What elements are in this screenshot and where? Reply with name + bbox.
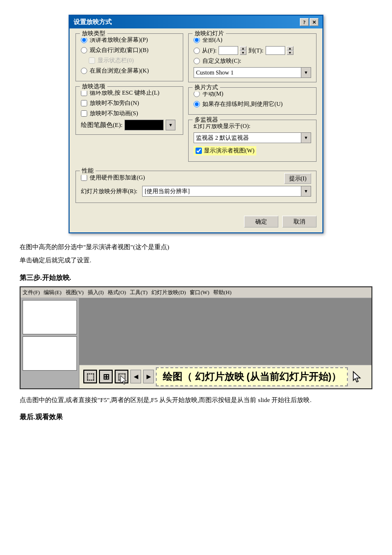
ss-left-panel [21, 298, 79, 388]
cancel-button[interactable]: 取消 [282, 216, 317, 227]
check-presenter-view-label: 显示演示者视图(W) [204, 147, 254, 155]
svg-marker-1 [353, 372, 360, 382]
show-type-box: 放映类型 演讲者放映(全屏幕)(P) 观众自行浏览(窗口)(B) 显示状态栏(0… [75, 33, 183, 81]
ss-slide-thumb-2 [23, 336, 77, 371]
from-row: 从(F): ▲ ▼ 到(T): ▲ [194, 46, 311, 55]
top-groups-row: 放映类型 演讲者放映(全屏幕)(P) 观众自行浏览(窗口)(B) 显示状态栏(0… [75, 33, 317, 167]
check-no-animation-input[interactable] [81, 110, 87, 117]
ss-main-area: ⬚ ⊞ ⬚ ◀ ▶ 绘图（ 幻灯片放映 (从当前幻灯片开始)） [79, 298, 371, 388]
radio-browse-window-label: 观众自行浏览(窗口)(B) [90, 46, 148, 54]
to-spin-down[interactable]: ▼ [287, 50, 294, 55]
dialog-title: 设置放映方式 [74, 18, 112, 26]
performance-label: 性能 [80, 167, 96, 175]
to-spin: ▲ ▼ [266, 46, 294, 55]
toolbar-btn-3[interactable]: ⬚ [115, 370, 128, 383]
toolbar-right-arrow[interactable]: ▶ [143, 370, 154, 383]
radio-timing-input[interactable] [194, 101, 200, 107]
ss-panel: ⬚ ⊞ ⬚ ◀ ▶ 绘图（ 幻灯片放映 (从当前幻灯片开始)） [21, 298, 371, 388]
custom-show-value: Custom Show 1 [194, 69, 301, 76]
radio-browse-window-input[interactable] [81, 47, 87, 53]
check-hardware-accel-input[interactable] [81, 175, 87, 181]
custom-show-dropdown-btn[interactable]: ▼ [301, 68, 311, 77]
to-spin-arrows: ▲ ▼ [287, 46, 294, 55]
radio-custom-show-input[interactable] [194, 58, 200, 64]
radio-browse-window: 观众自行浏览(窗口)(B) [81, 46, 178, 54]
right-groups: 放映幻灯片 全部(A) 从(F): ▲ ▼ [188, 33, 317, 167]
radio-custom-show: 自定义放映(C): [194, 57, 311, 65]
from-label: 从(F): [202, 47, 217, 55]
close-button[interactable]: ✕ [310, 18, 318, 26]
note2: 单击确定后就完成了设置. [20, 255, 372, 266]
slides-label: 放映幻灯片 [193, 29, 226, 38]
to-spin-input[interactable] [266, 46, 285, 55]
cursor-icon [120, 375, 128, 384]
radio-from-input[interactable] [194, 48, 200, 54]
ss-menu-help: 帮助(H) [213, 289, 231, 296]
resolution-value: [使用当前分辨率] [143, 187, 301, 196]
resolution-dropdown[interactable]: [使用当前分辨率] ▼ [142, 186, 311, 197]
slides-box: 放映幻灯片 全部(A) 从(F): ▲ ▼ [188, 33, 317, 82]
toolbar-left-arrow[interactable]: ◀ [130, 370, 141, 383]
note3-text: 点击图中的位置,或者直接按"F5",两者的区别是,F5 从头开始放映,而图示按钮… [20, 396, 312, 404]
check-no-narration-label: 放映时不加旁白(N) [90, 99, 139, 107]
drawing-text: 绘图 [163, 371, 182, 382]
custom-show-dropdown[interactable]: Custom Show 1 ▼ [194, 67, 311, 78]
ss-menu-window: 窗口(W) [190, 289, 209, 296]
from-spin-up[interactable]: ▲ [240, 46, 246, 50]
ss-menu-tools: 工具(T) [130, 289, 147, 296]
ss-topbar: 文件(F) 编辑(E) 视图(V) 插入(I) 格式(O) 工具(T) 幻灯片放… [21, 287, 371, 298]
dialog-footer: 确定 取消 [70, 213, 322, 232]
radio-custom-show-label: 自定义放映(C): [202, 57, 241, 65]
pen-color-label: 绘图笔颜色(E): [81, 121, 122, 129]
resolution-label: 幻灯片放映分辨率(R): [81, 187, 137, 196]
show-options-box: 放映选项 循环放映,按 ESC 键终止(L) 放映时不加旁白(N) 放映时不加动… [75, 86, 183, 135]
slideshow-area: 文件(F) 编辑(E) 视图(V) 插入(I) 格式(O) 工具(T) 幻灯片放… [20, 286, 372, 389]
pen-color-swatch[interactable] [124, 120, 164, 130]
dialog-body: 放映类型 演讲者放映(全屏幕)(P) 观众自行浏览(窗口)(B) 显示状态栏(0… [70, 28, 322, 213]
show-type-label: 放映类型 [80, 29, 107, 38]
resolution-dropdown-btn[interactable]: ▼ [301, 186, 311, 196]
radio-kiosk: 在展台浏览(全屏幕)(K) [81, 67, 178, 75]
cursor-pointer-icon [352, 371, 362, 382]
radio-kiosk-input[interactable] [81, 68, 87, 74]
ss-menu-insert: 插入(I) [88, 289, 104, 296]
check-presenter-view-input[interactable] [196, 148, 202, 154]
hardware-row: 使用硬件图形加速(G) 提示(I) [81, 173, 311, 184]
monitors-label: 多监视器 [193, 116, 220, 124]
titlebar-buttons: ? ✕ [300, 18, 318, 26]
to-label: 到(T): [248, 47, 264, 55]
note3: 点击图中的位置,或者直接按"F5",两者的区别是,F5 从头开始放映,而图示按钮… [20, 395, 372, 405]
check-no-narration-input[interactable] [81, 100, 87, 106]
toolbar-btn-1[interactable]: ⬚ [83, 370, 97, 383]
show-options-label: 放映选项 [80, 82, 107, 91]
final-heading: 最后.观看效果 [20, 413, 372, 422]
ss-menu-file: 文件(F) [23, 289, 40, 296]
monitor-dropdown-btn[interactable]: ▼ [301, 133, 311, 143]
ss-bottom-bar: ⬚ ⊞ ⬚ ◀ ▶ 绘图（ 幻灯片放映 (从当前幻灯片开始)） [79, 365, 371, 388]
ok-button[interactable]: 确定 [244, 216, 278, 227]
performance-box: 性能 使用硬件图形加速(G) 提示(I) 幻灯片放映分辨率(R): [使用当前分… [75, 171, 317, 203]
hint-button[interactable]: 提示(I) [284, 173, 311, 184]
check-statusbar-input[interactable] [89, 57, 95, 64]
to-spin-up[interactable]: ▲ [287, 46, 294, 50]
ss-menu-slideshow: 幻灯片放映(D) [151, 289, 186, 296]
monitor-dropdown[interactable]: 监视器 2 默认监视器 ▼ [194, 132, 311, 143]
monitor-value: 监视器 2 默认监视器 [194, 134, 301, 142]
pen-color-dropdown[interactable]: ▼ [166, 120, 175, 130]
show-type-group: 放映类型 演讲者放映(全屏幕)(P) 观众自行浏览(窗口)(B) 显示状态栏(0… [75, 33, 183, 167]
drawing-label: 绘图（ 幻灯片放映 (从当前幻灯片开始)） [156, 367, 348, 386]
from-spin-down[interactable]: ▼ [240, 50, 246, 55]
svg-marker-0 [121, 376, 126, 384]
check-no-animation-label: 放映时不加动画(S) [90, 109, 138, 118]
radio-statusbar: 显示状态栏(0) [89, 56, 178, 65]
dialog-set-show: 设置放映方式 ? ✕ 放映类型 演讲者放映(全屏幕)(P) 观众自行浏览(窗口)… [69, 15, 323, 233]
advance-label: 换片方式 [193, 83, 220, 92]
ss-slide-thumb-1 [23, 300, 77, 334]
ss-menu-view: 视图(V) [66, 289, 84, 296]
check-statusbar-label: 显示状态栏(0) [98, 56, 134, 65]
radio-timing: 如果存在排练时间,则使用它(U) [194, 100, 311, 108]
from-spin-input[interactable] [219, 46, 238, 55]
toolbar-btn-2[interactable]: ⊞ [99, 370, 113, 383]
help-button[interactable]: ? [300, 18, 309, 26]
slideshow-tooltip-text: 幻灯片放映 (从当前幻灯片开始) [195, 371, 332, 382]
